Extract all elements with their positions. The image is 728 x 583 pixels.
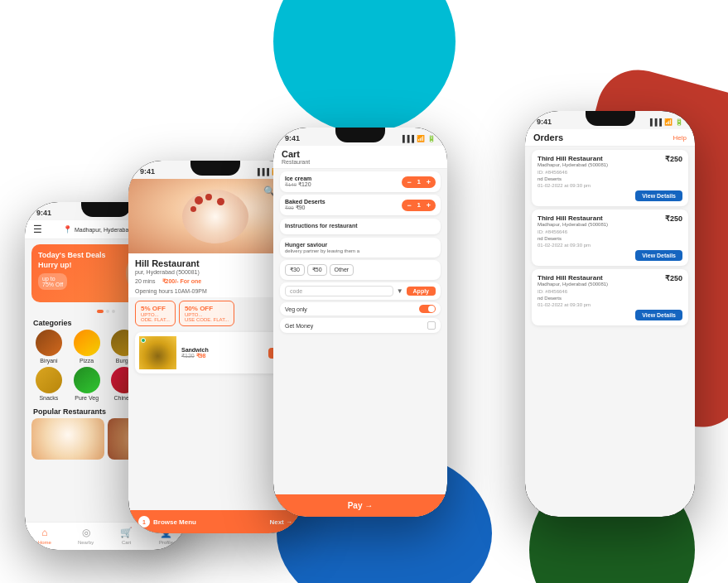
- status-icons-3: ▐▐▐ 📶 🔋: [400, 135, 436, 142]
- time-3: 9:41: [285, 134, 300, 142]
- category-pureveg[interactable]: Pure Veg: [70, 367, 104, 401]
- baked-deserts-plus-button[interactable]: +: [427, 201, 431, 210]
- category-pizza[interactable]: Pizza: [70, 330, 104, 364]
- coupon-section: ₹30 ₹50 Other: [280, 260, 441, 280]
- restaurant-name: Hill Restaurant: [135, 258, 296, 268]
- pizza-label: Pizza: [80, 358, 94, 364]
- sandwich-new-price: ₹98: [196, 353, 206, 359]
- offer-1[interactable]: 5% OFF UPTO... ODE. FLAT...: [135, 301, 176, 326]
- profile-label: Profile: [159, 540, 173, 545]
- order-1-id: ID: #8456646: [538, 170, 682, 175]
- apply-coupon-button[interactable]: Apply: [407, 287, 436, 296]
- order-1-address: Madhapur, Hyderabad (500081): [538, 162, 608, 167]
- order-1-items: nd Deserts: [538, 176, 682, 181]
- restaurant-meta: 20 mins ₹200/- For one: [135, 278, 296, 285]
- category-biryani[interactable]: Biryani: [31, 330, 66, 364]
- nearby-icon: ◎: [82, 527, 90, 538]
- battery-icon-3: 🔋: [427, 135, 436, 142]
- order-3-address: Madhapur, Hyderabad (500081): [538, 282, 608, 287]
- cart-count-badge: 1: [138, 516, 150, 528]
- view-details-2-button[interactable]: View Details: [635, 250, 682, 261]
- coupon-50[interactable]: ₹50: [307, 264, 327, 276]
- sandwich-price: ₹120 ₹98: [181, 353, 263, 359]
- order-2-id: ID: #8456646: [538, 229, 682, 234]
- menu-icon[interactable]: ☰: [33, 224, 42, 235]
- order-2-amount: ₹250: [665, 214, 682, 223]
- location-text: Madhapur, Hyderabad...: [75, 227, 137, 233]
- order-2-items: nd Deserts: [538, 236, 682, 241]
- pureveg-icon: [74, 367, 100, 393]
- icecream-plus-button[interactable]: +: [427, 178, 431, 186]
- order-1-amount: ₹250: [665, 155, 682, 163]
- help-link[interactable]: Help: [673, 134, 687, 142]
- order-1-rest-name: Third Hill Restaurant: [538, 155, 608, 162]
- wallet-label: Get Money: [285, 323, 313, 329]
- category-snacks[interactable]: Snacks: [31, 367, 66, 401]
- order-2-rest-name: Third Hill Restaurant: [538, 214, 608, 222]
- offer-1-code: ODE. FLAT...: [141, 317, 170, 322]
- baked-deserts-qty-control[interactable]: − 1 +: [402, 200, 436, 211]
- popular-restaurant-1[interactable]: [31, 418, 104, 460]
- snacks-icon: [36, 367, 62, 393]
- categories-title: Categories: [33, 319, 72, 327]
- signal-icon-2: ▐▐▐: [255, 168, 269, 176]
- phone-cart: 9:41 ▐▐▐ 📶 🔋 Cart Restaurant Ice cream ₹…: [273, 128, 447, 517]
- order-2-rest-info: Third Hill Restaurant Madhapur, Hyderaba…: [538, 214, 608, 227]
- order-2-address: Madhapur, Hyderabad (500081): [538, 222, 608, 227]
- order-3-header: Third Hill Restaurant Madhapur, Hyderaba…: [538, 274, 682, 287]
- order-2-header: Third Hill Restaurant Madhapur, Hyderaba…: [538, 214, 682, 227]
- price-for-one: ₹200/- For one: [162, 278, 202, 285]
- pizza-icon: [74, 330, 100, 356]
- wallet-row: Get Money: [280, 318, 441, 333]
- wallet-checkbox[interactable]: [427, 321, 436, 330]
- notch-1: [81, 202, 131, 217]
- hunger-title: Hunger saviour: [285, 242, 436, 248]
- menu-item-sandwich: Sandwich ₹120 ₹98 Add: [135, 332, 296, 373]
- offer-2-code: USE CODE. FLAT...: [185, 317, 229, 322]
- banner-text: Today's Best DealsHurry up! up to75% Off: [31, 244, 113, 302]
- cart-item-icecream: Ice cream ₹140 ₹120 − 1 +: [280, 171, 441, 192]
- browse-menu-button[interactable]: 1 Browse Menu: [138, 516, 196, 528]
- cart-restaurant: Restaurant: [282, 159, 439, 165]
- view-details-1-button[interactable]: View Details: [635, 190, 682, 201]
- view-details-3-button[interactable]: View Details: [635, 310, 682, 320]
- order-3-date: 01-02-2022 at 09:30 pm: [538, 302, 682, 307]
- coupon-other[interactable]: Other: [330, 264, 354, 276]
- offer-2-pct: 50% OFF: [185, 305, 229, 312]
- cart-item-baked-deserts: Baked Deserts ₹90 ₹90 − 1 +: [280, 195, 441, 215]
- nearby-label: Nearby: [78, 540, 94, 545]
- baked-deserts-new-price: ₹90: [296, 205, 306, 210]
- offer-2[interactable]: 50% OFF UPTO... USE CODE. FLAT...: [179, 301, 234, 326]
- icecream-price: ₹140 ₹120: [285, 181, 402, 188]
- baked-deserts-minus-button[interactable]: −: [407, 201, 411, 210]
- promo-code-section: code ▼ Apply: [280, 282, 441, 300]
- signal-icon-4: ▐▐▐: [648, 118, 662, 126]
- coupon-30[interactable]: ₹30: [285, 264, 305, 276]
- time-1: 9:41: [36, 209, 51, 217]
- notch-2: [190, 161, 240, 176]
- pureveg-label: Pure Veg: [75, 395, 99, 401]
- status-icons-4: ▐▐▐ 📶 🔋: [648, 118, 683, 126]
- home-icon: ⌂: [41, 527, 47, 538]
- toggle-knob: [428, 306, 435, 312]
- order-2-date: 01-02-2022 at 09:30 pm: [538, 243, 682, 248]
- icecream-minus-button[interactable]: −: [407, 178, 411, 186]
- orders-header: Orders Help: [525, 129, 695, 147]
- snacks-label: Snacks: [39, 395, 58, 401]
- cart-title: Cart: [282, 149, 439, 159]
- pay-button[interactable]: Pay →: [273, 494, 447, 517]
- order-3-amount: ₹250: [665, 274, 682, 282]
- baked-deserts-info: Baked Deserts ₹90 ₹90: [285, 199, 402, 211]
- order-1-date: 01-02-2022 at 09:30 pm: [538, 183, 682, 188]
- order-1-header: Third Hill Restaurant Madhapur, Hyderaba…: [538, 155, 682, 167]
- battery-icon-4: 🔋: [675, 118, 683, 126]
- order-3-items: nd Deserts: [538, 296, 682, 301]
- order-card-3: Third Hill Restaurant Madhapur, Hyderaba…: [532, 269, 688, 325]
- veg-only-label: Veg only: [285, 306, 307, 312]
- promo-code-input[interactable]: code: [285, 286, 393, 296]
- veg-toggle-switch[interactable]: [419, 305, 436, 313]
- nav-home[interactable]: ⌂ Home: [38, 527, 51, 545]
- next-button[interactable]: Next →: [269, 518, 292, 526]
- nav-nearby[interactable]: ◎ Nearby: [78, 527, 94, 545]
- icecream-qty-control[interactable]: − 1 +: [402, 176, 436, 188]
